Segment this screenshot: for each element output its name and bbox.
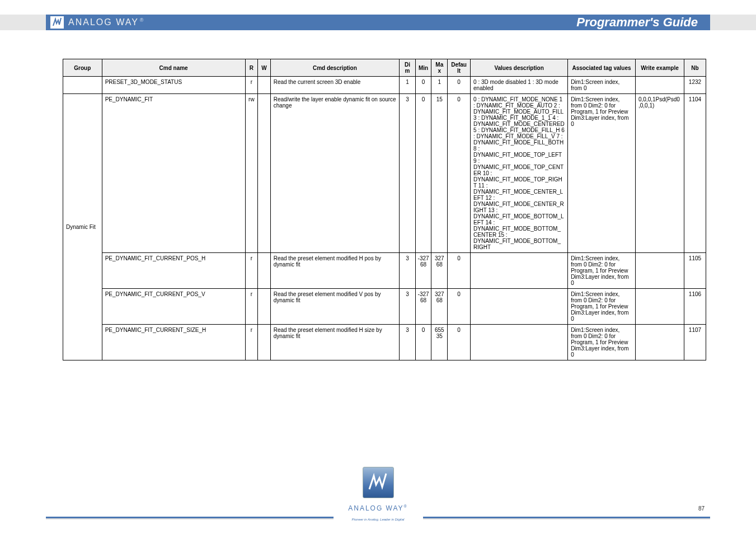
cell-cmd: PE_DYNAMIC_FIT [102, 94, 245, 253]
registered-icon: ® [140, 17, 145, 23]
footer-brand-text: ANALOG WAY® [348, 504, 408, 512]
command-table: Group Cmd name R W Cmd description Dim M… [63, 59, 706, 360]
cell-ex [635, 289, 684, 325]
cell-r: r [245, 77, 258, 94]
cell-values: 0 : 3D mode disabled 1 : 3D mode enabled [471, 77, 568, 94]
cell-dim: 3 [400, 289, 416, 325]
cell-def: 0 [448, 289, 471, 325]
cell-dim: 3 [400, 94, 416, 253]
cell-cmd: PRESET_3D_MODE_STATUS [102, 77, 245, 94]
cell-desc: Read/write the layer enable dynamic fit … [270, 94, 399, 253]
cell-r: r [245, 289, 258, 325]
cell-ex [635, 253, 684, 289]
col-dim: Dim [400, 59, 416, 77]
cell-values [471, 289, 568, 325]
table-header-row: Group Cmd name R W Cmd description Dim M… [63, 59, 706, 77]
command-table-wrap: Group Cmd name R W Cmd description Dim M… [63, 59, 706, 360]
col-r: R [245, 59, 258, 77]
col-w: W [258, 59, 271, 77]
cell-ex: 0,0,0,1Psd(Psd0,0,0,1) [635, 94, 684, 253]
table-row: PRESET_3D_MODE_STATUS r Read the current… [63, 77, 706, 94]
cell-max: 32768 [431, 253, 448, 289]
cell-max: 65535 [431, 325, 448, 360]
cell-dim: 1 [400, 77, 416, 94]
cell-values [471, 325, 568, 360]
header: ANALOG WAY® Programmer's Guide [0, 15, 756, 35]
footer-tagline: Pioneer in Analog, Leader in Digital [352, 518, 405, 521]
cell-r: rw [245, 94, 258, 253]
cell-ex [635, 325, 684, 360]
col-example: Write example [635, 59, 684, 77]
cell-min: -32768 [415, 289, 431, 325]
cell-dim: 3 [400, 325, 416, 360]
cell-max: 15 [431, 94, 448, 253]
footer-brand-block: ANALOG WAY® Pioneer in Analog, Leader in… [334, 467, 423, 523]
cell-values [471, 253, 568, 289]
cell-r: r [245, 325, 258, 360]
table-row: PE_DYNAMIC_FIT_CURRENT_POS_H r Read the … [63, 253, 706, 289]
cell-def: 0 [448, 77, 471, 94]
cell-tags: Dim1:Screen index, from 0 Dim2: 0 for Pr… [568, 289, 636, 325]
brand-wrap: ANALOG WAY® [50, 16, 144, 29]
cell-group [63, 77, 102, 94]
cell-tags: Dim1:Screen index, from 0 Dim2: 0 for Pr… [568, 325, 636, 360]
page-title: Programmer's Guide [576, 15, 698, 30]
cell-def: 0 [448, 253, 471, 289]
cell-nb: 1105 [684, 253, 706, 289]
table-row: Dynamic Fit PE_DYNAMIC_FIT rw Read/write… [63, 94, 706, 253]
cell-tags: Dim1:Screen index, from 0 Dim2: 0 for Pr… [568, 253, 636, 289]
cell-cmd: PE_DYNAMIC_FIT_CURRENT_SIZE_H [102, 325, 245, 360]
cell-w [258, 94, 271, 253]
footer-logo-icon [363, 467, 394, 498]
brand-text: ANALOG WAY® [68, 17, 144, 27]
page-number: 87 [698, 505, 705, 512]
cell-nb: 1106 [684, 289, 706, 325]
col-min: Min [415, 59, 431, 77]
cell-cmd: PE_DYNAMIC_FIT_CURRENT_POS_H [102, 253, 245, 289]
cell-tags: Dim1:Screen index, from 0 Dim2: 0 for Pr… [568, 94, 636, 253]
cell-min: -32768 [415, 253, 431, 289]
cell-tags: Dim1:Screen index, from 0 [568, 77, 636, 94]
cell-min: 0 [415, 94, 431, 253]
cell-desc: Read the current screen 3D enable [270, 77, 399, 94]
cell-group: Dynamic Fit [63, 94, 102, 360]
cell-w [258, 325, 271, 360]
cell-def: 0 [448, 94, 471, 253]
cell-values: 0 : DYNAMIC_FIT_MODE_NONE 1 : DYNAMIC_FI… [471, 94, 568, 253]
cell-desc: Read the preset element modified H size … [270, 325, 399, 360]
cell-max: 32768 [431, 289, 448, 325]
col-desc: Cmd description [270, 59, 399, 77]
cell-nb: 1232 [684, 77, 706, 94]
col-max: Max [431, 59, 448, 77]
table-row: PE_DYNAMIC_FIT_CURRENT_SIZE_H r Read the… [63, 325, 706, 360]
col-values: Values description [471, 59, 568, 77]
cell-min: 0 [415, 77, 431, 94]
cell-w [258, 289, 271, 325]
cell-cmd: PE_DYNAMIC_FIT_CURRENT_POS_V [102, 289, 245, 325]
cell-def: 0 [448, 325, 471, 360]
cell-max: 1 [431, 77, 448, 94]
cell-min: 0 [415, 325, 431, 360]
cell-desc: Read the preset element modified H pos b… [270, 253, 399, 289]
footer: ANALOG WAY® Pioneer in Analog, Leader in… [0, 466, 756, 526]
cell-w [258, 77, 271, 94]
col-nb: Nb [684, 59, 706, 77]
col-default: Default [448, 59, 471, 77]
cell-r: r [245, 253, 258, 289]
cell-nb: 1107 [684, 325, 706, 360]
cell-nb: 1104 [684, 94, 706, 253]
cell-ex [635, 77, 684, 94]
header-bar: ANALOG WAY® Programmer's Guide [46, 15, 710, 30]
brand-icon [50, 16, 64, 29]
col-cmd: Cmd name [102, 59, 245, 77]
col-tags: Associated tag values [568, 59, 636, 77]
table-row: PE_DYNAMIC_FIT_CURRENT_POS_V r Read the … [63, 289, 706, 325]
cell-dim: 3 [400, 253, 416, 289]
col-group: Group [63, 59, 102, 77]
cell-w [258, 253, 271, 289]
cell-desc: Read the preset element modified V pos b… [270, 289, 399, 325]
